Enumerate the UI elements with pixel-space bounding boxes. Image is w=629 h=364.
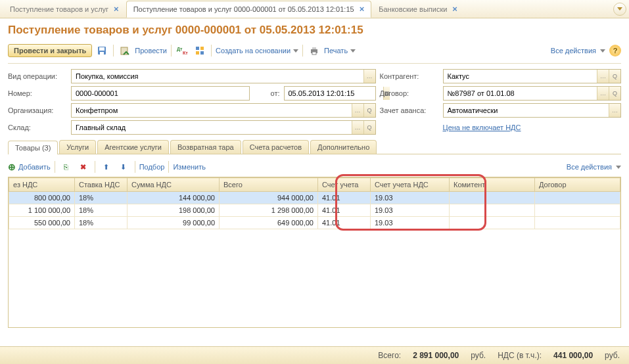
cell-vat[interactable]: 144 000,00 xyxy=(128,192,220,204)
chevron-down-icon xyxy=(350,49,356,53)
close-icon[interactable]: × xyxy=(360,4,365,14)
tab-bank-statements[interactable]: Банковские выписки × xyxy=(371,1,465,18)
org-field[interactable]: … Q xyxy=(71,103,376,118)
cell-rate[interactable]: 18% xyxy=(75,192,128,204)
op-type-field[interactable]: … xyxy=(71,69,376,83)
cell-acc[interactable]: 41.01 xyxy=(318,217,371,229)
close-icon[interactable]: × xyxy=(114,4,119,14)
contract-input[interactable] xyxy=(444,89,597,97)
add-icon[interactable]: ⊕ xyxy=(8,162,16,172)
warehouse-input[interactable] xyxy=(72,124,352,131)
tab-receipt-doc[interactable]: Поступление товаров и услуг 0000-000001 … xyxy=(126,1,372,18)
copy-icon[interactable]: ⎘ xyxy=(59,160,74,174)
ellipsis-button[interactable]: … xyxy=(352,121,363,134)
close-icon[interactable]: × xyxy=(452,4,457,14)
col-vat-sum[interactable]: Сумма НДС xyxy=(128,178,220,192)
cell-contract[interactable] xyxy=(535,192,620,204)
move-up-icon[interactable]: ⬆ xyxy=(99,160,114,174)
number-field[interactable] xyxy=(71,86,250,101)
cell-sum-ex[interactable]: 550 000,00 xyxy=(9,217,75,229)
cell-acc[interactable]: 41.01 xyxy=(318,204,371,217)
add-button[interactable]: Добавить xyxy=(18,163,51,171)
advance-field[interactable]: … xyxy=(443,103,622,118)
cell-vat[interactable]: 99 000,00 xyxy=(128,217,220,229)
cell-komitent[interactable] xyxy=(450,217,535,229)
cell-vat[interactable]: 198 000,00 xyxy=(128,204,220,217)
dropdown-menu-button[interactable] xyxy=(613,3,626,16)
table-row[interactable]: 550 000,0018%99 000,00649 000,0041.0119.… xyxy=(9,217,620,229)
cell-rate[interactable]: 18% xyxy=(75,204,128,217)
select-button[interactable]: Подбор xyxy=(139,163,165,171)
subtab-goods[interactable]: Товары (3) xyxy=(8,141,58,154)
subtab-returnable[interactable]: Возвратная тара xyxy=(170,140,241,154)
cell-total[interactable]: 1 298 000,00 xyxy=(220,204,318,217)
cell-acc-vat[interactable]: 19.03 xyxy=(371,217,450,229)
tab-receipts-list[interactable]: Поступление товаров и услуг × xyxy=(3,1,126,18)
structure-icon[interactable] xyxy=(193,43,207,58)
grid-all-actions-button[interactable]: Все действия xyxy=(567,163,612,171)
save-icon[interactable] xyxy=(95,43,109,58)
goods-table[interactable]: ез НДС Ставка НДС Сумма НДС Всего Счет у… xyxy=(8,177,621,328)
print-icon[interactable] xyxy=(307,43,321,58)
print-button[interactable]: Печать xyxy=(324,47,348,55)
subtab-services[interactable]: Услуги xyxy=(59,140,96,154)
post-button[interactable]: Провести xyxy=(135,47,167,55)
search-button[interactable]: Q xyxy=(609,70,620,83)
create-based-button[interactable]: Создать на основании xyxy=(216,47,291,55)
counterparty-field[interactable]: … Q xyxy=(443,69,622,83)
cell-total[interactable]: 944 000,00 xyxy=(220,192,318,204)
edit-button[interactable]: Изменить xyxy=(173,163,206,171)
move-down-icon[interactable]: ⬇ xyxy=(116,160,131,174)
cell-total[interactable]: 649 000,00 xyxy=(220,217,318,229)
ellipsis-button[interactable]: … xyxy=(597,70,609,83)
table-row[interactable]: 800 000,0018%144 000,00944 000,0041.0119… xyxy=(9,192,620,204)
subtab-accounts[interactable]: Счета расчетов xyxy=(243,140,309,154)
cell-komitent[interactable] xyxy=(450,204,535,217)
table-row[interactable]: 1 100 000,0018%198 000,001 298 000,0041.… xyxy=(9,204,620,217)
col-contract[interactable]: Договор xyxy=(535,178,620,192)
cell-komitent[interactable] xyxy=(450,192,535,204)
ellipsis-button[interactable]: … xyxy=(597,87,609,100)
search-button[interactable]: Q xyxy=(363,121,375,134)
cell-contract[interactable] xyxy=(535,204,620,217)
counterparty-input[interactable] xyxy=(444,72,597,80)
op-type-input[interactable] xyxy=(72,72,363,80)
ellipsis-button[interactable]: … xyxy=(352,104,363,117)
post-icon[interactable] xyxy=(118,43,132,58)
warehouse-field[interactable]: … Q xyxy=(71,120,376,135)
all-actions-button[interactable]: Все действия xyxy=(551,47,596,55)
cell-contract[interactable] xyxy=(535,217,620,229)
org-input[interactable] xyxy=(72,106,352,114)
col-vat-rate[interactable]: Ставка НДС xyxy=(75,178,128,192)
col-account-vat[interactable]: Счет учета НДС xyxy=(371,178,450,192)
search-button[interactable]: Q xyxy=(609,87,620,100)
vat-mode-link[interactable]: Цена не включает НДС xyxy=(443,124,521,131)
advance-label: Зачет аванса: xyxy=(380,106,439,114)
col-account[interactable]: Счет учета xyxy=(318,178,371,192)
cell-sum-ex[interactable]: 1 100 000,00 xyxy=(9,204,75,217)
col-total[interactable]: Всего xyxy=(220,178,318,192)
cell-sum-ex[interactable]: 800 000,00 xyxy=(9,192,75,204)
advance-input[interactable] xyxy=(444,106,609,114)
delete-icon[interactable]: ✖ xyxy=(76,160,91,174)
col-sum-ex-vat[interactable]: ез НДС xyxy=(9,178,75,192)
subtab-agent[interactable]: Агентские услуги xyxy=(97,140,169,154)
col-komitent[interactable]: Комитент xyxy=(450,178,535,192)
help-icon[interactable]: ? xyxy=(609,45,621,57)
sub-tabs: Товары (3) Услуги Агентские услуги Возвр… xyxy=(8,140,621,154)
number-input[interactable] xyxy=(72,89,249,97)
cell-acc-vat[interactable]: 19.03 xyxy=(371,204,450,217)
dt-kt-icon[interactable]: ДтКт xyxy=(175,43,190,58)
ellipsis-button[interactable]: … xyxy=(363,70,375,83)
date-field[interactable]: ▦ xyxy=(284,86,376,101)
subtab-additional[interactable]: Дополнительно xyxy=(310,140,377,154)
contract-field[interactable]: … Q xyxy=(443,86,622,101)
date-input[interactable] xyxy=(285,89,383,97)
ellipsis-button[interactable]: … xyxy=(609,104,620,117)
search-button[interactable]: Q xyxy=(363,104,375,117)
cell-acc[interactable]: 41.01 xyxy=(318,192,371,204)
post-and-close-button[interactable]: Провести и закрыть xyxy=(8,44,92,57)
cell-rate[interactable]: 18% xyxy=(75,217,128,229)
warehouse-label: Склад: xyxy=(8,124,67,131)
cell-acc-vat[interactable]: 19.03 xyxy=(371,192,450,204)
